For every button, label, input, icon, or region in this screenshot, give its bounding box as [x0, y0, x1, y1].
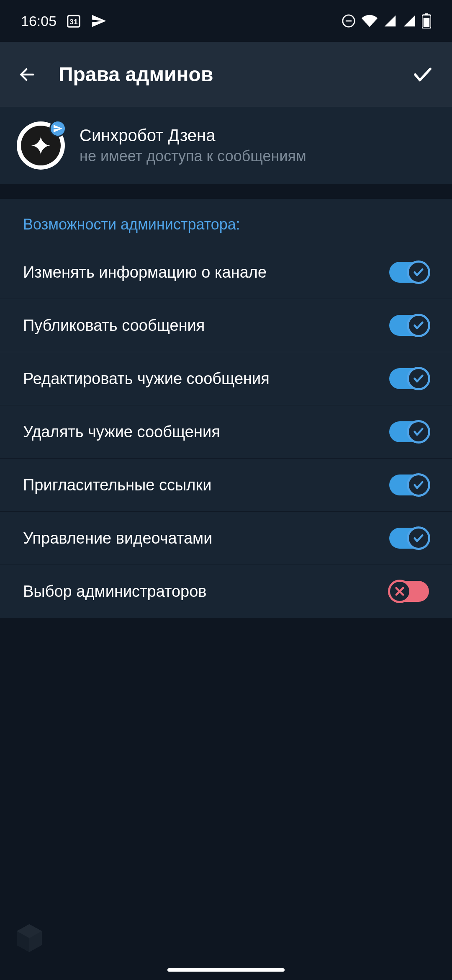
check-icon [407, 420, 430, 444]
permission-toggle[interactable] [389, 262, 429, 283]
spacer [0, 184, 452, 199]
permission-row[interactable]: Публиковать сообщения [0, 299, 452, 352]
verified-badge-icon [49, 120, 66, 137]
permission-label: Изменять информацию о канале [23, 263, 267, 281]
signal-icon-2 [403, 14, 416, 28]
permission-label: Пригласительные ссылки [23, 476, 211, 494]
permission-toggle[interactable] [389, 475, 429, 495]
signal-icon-1 [383, 14, 397, 28]
top-bar: Права админов [0, 42, 452, 107]
status-bar: 16:05 31 [0, 0, 452, 42]
check-icon [407, 473, 430, 497]
permission-row[interactable]: Редактировать чужие сообщения [0, 352, 452, 405]
permission-label: Управление видеочатами [23, 529, 212, 547]
status-left: 16:05 31 [21, 13, 107, 29]
svg-rect-6 [424, 18, 429, 27]
permission-label: Выбор администраторов [23, 583, 207, 601]
permission-row[interactable]: Изменять информацию о канале [0, 246, 452, 299]
check-icon [407, 526, 430, 550]
nav-indicator[interactable] [167, 968, 285, 972]
page-title: Права админов [59, 63, 389, 86]
status-right [342, 13, 431, 29]
section-header: Возможности администратора: [0, 199, 452, 246]
permission-label: Публиковать сообщения [23, 317, 205, 335]
dnd-icon [342, 14, 356, 28]
svg-rect-5 [425, 13, 428, 15]
permission-row[interactable]: Управление видеочатами [0, 512, 452, 565]
permission-toggle[interactable] [389, 421, 429, 442]
check-icon [407, 314, 430, 337]
permission-toggle[interactable] [389, 368, 429, 389]
profile-card[interactable]: Синхробот Дзена не имеет доступа к сообщ… [0, 107, 452, 184]
check-icon [407, 260, 430, 284]
battery-icon [422, 13, 431, 28]
cube-decoration-icon [13, 921, 46, 955]
profile-info: Синхробот Дзена не имеет доступа к сообщ… [80, 126, 306, 165]
check-icon [407, 367, 430, 390]
permission-row[interactable]: Удалять чужие сообщения [0, 405, 452, 459]
calendar-icon: 31 [66, 13, 82, 29]
avatar [17, 121, 65, 170]
permission-label: Редактировать чужие сообщения [23, 370, 270, 388]
permission-row[interactable]: Пригласительные ссылки [0, 459, 452, 512]
permission-row[interactable]: Выбор администраторов [0, 565, 452, 618]
wifi-icon [362, 13, 378, 29]
back-button[interactable] [17, 64, 38, 85]
x-icon [388, 580, 411, 603]
permission-toggle[interactable] [389, 528, 429, 549]
profile-name: Синхробот Дзена [80, 126, 306, 145]
permissions-section: Возможности администратора: Изменять инф… [0, 199, 452, 618]
send-icon [91, 13, 107, 29]
svg-text:31: 31 [69, 18, 78, 26]
permissions-list: Изменять информацию о каналеПубликовать … [0, 246, 452, 618]
status-time: 16:05 [21, 13, 56, 29]
permission-toggle[interactable] [389, 581, 429, 602]
permission-toggle[interactable] [389, 315, 429, 336]
permission-label: Удалять чужие сообщения [23, 423, 220, 441]
profile-subtitle: не имеет доступа к сообщениям [80, 147, 306, 165]
confirm-button[interactable] [410, 62, 435, 87]
